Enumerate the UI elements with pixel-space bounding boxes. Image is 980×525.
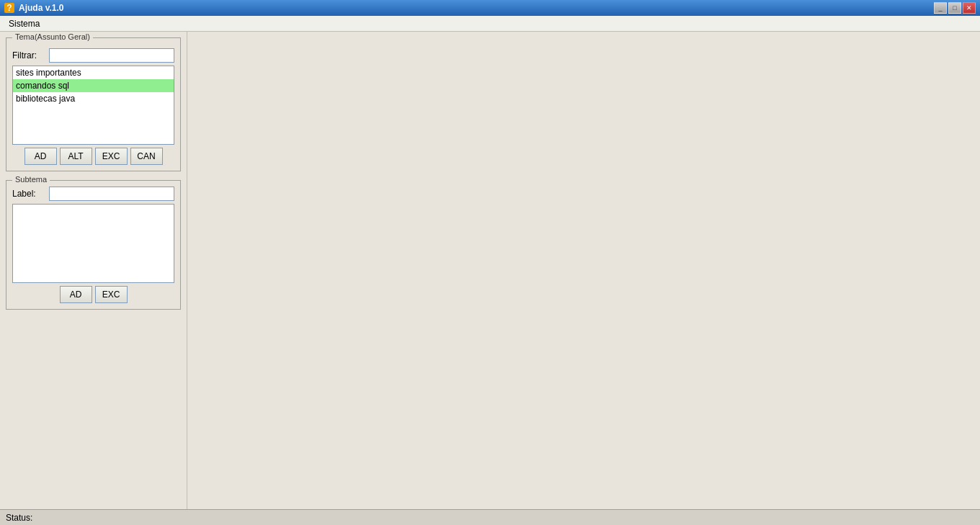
tema-can-button[interactable]: CAN (130, 148, 163, 165)
left-panel: Tema(Assunto Geral) Filtrar: sites impor… (0, 32, 187, 509)
right-panel (187, 32, 980, 509)
menu-bar: Sistema (0, 16, 980, 32)
filter-input[interactable] (49, 48, 174, 63)
subtema-list[interactable] (12, 204, 174, 283)
tema-list[interactable]: sites importantes comandos sql bibliotec… (12, 66, 174, 145)
maximize-button[interactable]: □ (948, 2, 961, 14)
minimize-button[interactable]: _ (934, 2, 947, 14)
title-bar-controls: _ □ ✕ (934, 2, 976, 14)
filter-row: Filtrar: (12, 48, 174, 63)
tema-button-row: AD ALT EXC CAN (12, 148, 174, 165)
tema-alt-button[interactable]: ALT (60, 148, 92, 165)
tema-ad-button[interactable]: AD (24, 148, 57, 165)
subtema-group-title: Subtema (12, 175, 50, 184)
status-bar: Status: (0, 509, 980, 525)
subtema-exc-button[interactable]: EXC (95, 286, 128, 303)
list-item[interactable]: comandos sql (13, 79, 174, 92)
tema-group: Tema(Assunto Geral) Filtrar: sites impor… (6, 37, 181, 171)
tema-group-title: Tema(Assunto Geral) (12, 32, 93, 41)
list-item[interactable]: sites importantes (13, 66, 174, 79)
status-text: Status: (6, 513, 32, 523)
list-item[interactable]: bibliotecas java (13, 92, 174, 105)
subtema-group: Subtema Label: AD EXC (6, 180, 181, 310)
menu-item-sistema[interactable]: Sistema (3, 17, 45, 30)
title-text: Ajuda v.1.0 (19, 3, 63, 13)
title-bar: ? Ajuda v.1.0 _ □ ✕ (0, 0, 980, 16)
filter-label: Filtrar: (12, 50, 45, 60)
label-input[interactable] (49, 187, 174, 201)
main-content: Tema(Assunto Geral) Filtrar: sites impor… (0, 32, 980, 509)
label-row: Label: (12, 187, 174, 201)
title-bar-left: ? Ajuda v.1.0 (4, 3, 63, 13)
subtema-button-row: AD EXC (12, 286, 174, 303)
tema-exc-button[interactable]: EXC (95, 148, 128, 165)
close-button[interactable]: ✕ (963, 2, 976, 14)
app-icon: ? (4, 3, 14, 13)
label-label: Label: (12, 189, 45, 199)
subtema-ad-button[interactable]: AD (60, 286, 92, 303)
